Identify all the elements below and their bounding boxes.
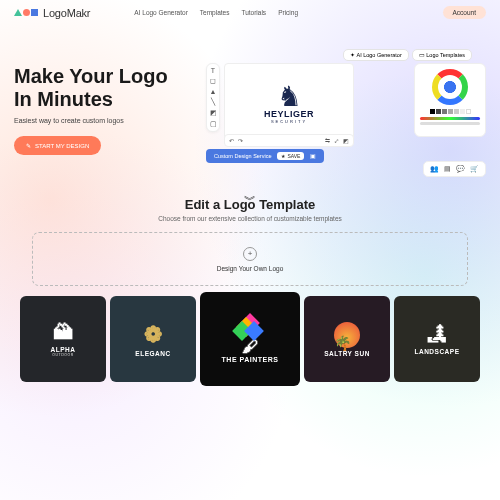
brand-tool-icon[interactable]: ▲ — [210, 88, 217, 95]
brand-name: LogoMakr — [43, 7, 90, 19]
lion-icon: ♞ — [277, 83, 302, 111]
draw-tool-icon[interactable]: ╲ — [211, 98, 215, 106]
pencil-icon: ✎ — [26, 142, 31, 149]
hero-title-line2: In Minutes — [14, 88, 113, 110]
hue-slider[interactable] — [420, 117, 480, 120]
canvas[interactable]: ♞ HEYLIGER SECURITY — [224, 63, 354, 143]
template-alpha[interactable]: 🏔 ALPHA OUTDOOR — [20, 296, 106, 382]
nav-ai-generator[interactable]: AI Logo Generator — [134, 9, 187, 16]
nav-tutorials[interactable]: Tutorials — [241, 9, 266, 16]
nav-pricing[interactable]: Pricing — [278, 9, 298, 16]
tab-logo-templates[interactable]: ▭ Logo Templates — [412, 49, 472, 61]
template-painters[interactable]: 🖌 THE PAINTERS — [200, 292, 300, 386]
canvas-action-bar: ↶ ↷ ⇋ ⤢ ◩ — [224, 134, 354, 147]
hero-title: Make Your Logo In Minutes — [14, 65, 194, 111]
start-my-design-button[interactable]: ✎ START MY DESIGN — [14, 136, 101, 155]
text-tool-icon[interactable]: T — [211, 67, 215, 74]
custom-design-bar[interactable]: Custom Design Service ★ SAVE ▣ — [206, 149, 324, 163]
doc-icon: ▭ — [419, 52, 425, 58]
hero: Make Your Logo In Minutes Easiest way to… — [0, 25, 500, 179]
hero-copy: Make Your Logo In Minutes Easiest way to… — [14, 47, 194, 177]
app-tabs: ✦ AI Logo Generator ▭ Logo Templates — [343, 49, 472, 61]
design-your-own-box[interactable]: + Design Your Own Logo — [32, 232, 468, 286]
templates-section: Edit a Logo Template Choose from our ext… — [0, 179, 500, 386]
sunset-icon — [334, 322, 360, 348]
color-wheel[interactable] — [432, 69, 468, 105]
design-own-label: Design Your Own Logo — [217, 265, 284, 272]
paint-diamond-icon — [235, 316, 265, 342]
swatch-row[interactable] — [420, 109, 480, 114]
shape-tool-icon[interactable]: ◻ — [210, 77, 216, 85]
ornament-icon: ❁ — [144, 322, 162, 348]
account-button[interactable]: Account — [443, 6, 487, 19]
nav-templates[interactable]: Templates — [200, 9, 230, 16]
templates-sub: Choose from our extensive collection of … — [32, 215, 468, 222]
hero-title-line1: Make Your Logo — [14, 65, 168, 87]
sparkle-icon: ✦ — [350, 52, 355, 58]
users-icon[interactable]: 👥 — [430, 165, 439, 173]
header: LogoMakr AI Logo Generator Templates Tut… — [0, 0, 500, 25]
landscape-icon: 🏞 — [427, 323, 447, 346]
template-landscape[interactable]: 🏞 LANDSCAPE — [394, 296, 480, 382]
flip-icon[interactable]: ⇋ — [325, 137, 330, 144]
crop-icon[interactable]: ◩ — [343, 137, 349, 144]
undo-icon[interactable]: ↶ — [229, 137, 234, 144]
crop-tool-icon[interactable]: ◩ — [210, 109, 217, 117]
template-elegance[interactable]: ❁ ELEGANC — [110, 296, 196, 382]
tab-ai-generator[interactable]: ✦ AI Logo Generator — [343, 49, 409, 61]
logo[interactable]: LogoMakr — [14, 7, 90, 19]
start-label: START MY DESIGN — [35, 143, 89, 149]
resize-icon[interactable]: ⤢ — [334, 137, 339, 144]
template-saltry-sun[interactable]: SALTRY SUN — [304, 296, 390, 382]
main-nav: AI Logo Generator Templates Tutorials Pr… — [134, 9, 298, 16]
mountain-icon: 🏔 — [53, 321, 73, 344]
canvas-logo-name: HEYLIGER — [264, 109, 314, 119]
plus-icon: + — [243, 247, 257, 261]
tool-column: T ◻ ▲ ╲ ◩ ▢ — [206, 63, 220, 132]
color-panel — [414, 63, 486, 137]
mini-toolbar: 👥 ▤ 💬 🛒 — [423, 161, 486, 177]
chat-icon[interactable]: 💬 — [456, 165, 465, 173]
layer-icon[interactable]: ▤ — [444, 165, 451, 173]
canvas-logo-tag: SECURITY — [271, 119, 307, 124]
image-tool-icon[interactable]: ▢ — [210, 120, 217, 128]
save-button[interactable]: ★ SAVE — [277, 152, 304, 160]
opacity-slider[interactable] — [420, 122, 480, 125]
redo-icon[interactable]: ↷ — [238, 137, 243, 144]
fullscreen-icon[interactable]: ▣ — [310, 153, 316, 159]
logo-mark-icon — [14, 9, 38, 16]
cart-icon[interactable]: 🛒 — [470, 165, 479, 173]
template-row: 🏔 ALPHA OUTDOOR ❁ ELEGANC 🖌 THE PAINTERS… — [32, 296, 468, 386]
app-mock: ✦ AI Logo Generator ▭ Logo Templates T ◻… — [206, 47, 486, 177]
scroll-down-icon[interactable]: ︾ — [244, 192, 256, 209]
cds-label: Custom Design Service — [214, 153, 271, 159]
hero-subtitle: Easiest way to create custom logos — [14, 117, 194, 124]
